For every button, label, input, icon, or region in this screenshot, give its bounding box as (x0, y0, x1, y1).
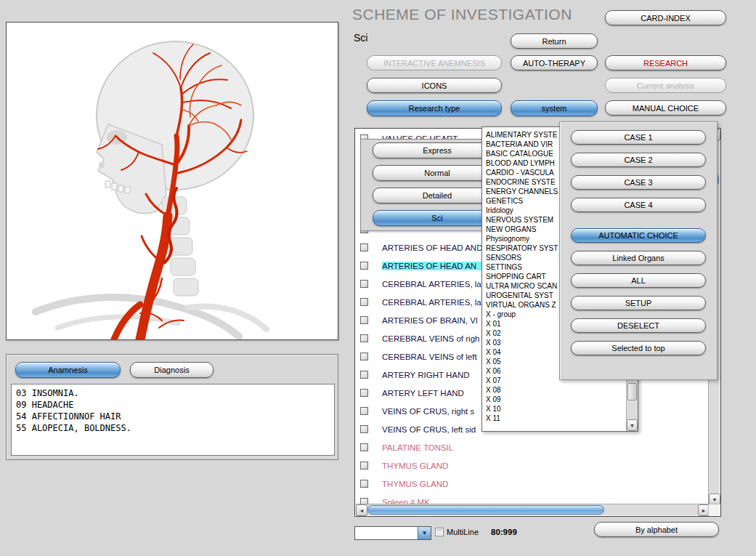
system-button[interactable]: system (511, 100, 598, 116)
organ-label: CEREBRAL ARTERIES, la (382, 298, 481, 307)
organ-row[interactable]: THYMUS GLAND (356, 456, 708, 475)
page-title: SCHEME OF INVESTIGATION (352, 6, 572, 23)
interactive-anamnesis-button: INTERACTIVE ANEMNESIS (367, 55, 502, 70)
anamnesis-entry: 55 ALOPECIA, BOLDNESS. (16, 422, 330, 434)
selection-action-button[interactable]: ALL (571, 273, 706, 288)
tab-anamnesis[interactable]: Anamnesis (15, 362, 121, 378)
anamnesis-entry: 03 INSOMNIA. (16, 387, 330, 399)
dropdown-scroll-down-icon[interactable]: ▼ (627, 419, 638, 431)
combo-value[interactable] (355, 527, 418, 539)
anamnesis-entry: 54 AFFECTIONNOF HAIR (16, 411, 330, 422)
system-dropdown-item[interactable]: X 08 (484, 385, 625, 395)
organ-checkbox[interactable] (360, 243, 368, 251)
manual-choice-button[interactable]: MANUAL CHOICE (605, 100, 726, 116)
organ-checkbox[interactable] (360, 425, 368, 433)
selection-action-button[interactable]: SETUP (571, 296, 706, 310)
case-button[interactable]: CASE 4 (571, 198, 706, 212)
system-dropdown-item[interactable]: X 11 (484, 414, 625, 423)
organ-label: PALATINE TONSIL (382, 443, 453, 452)
organ-label: VEINS OF CRUS, right s (382, 407, 474, 416)
organ-label: ARTERIES OF HEAD AN (382, 262, 485, 270)
list-filter-combo[interactable]: ▼ (354, 526, 431, 540)
multiline-label: MultiLine (447, 528, 479, 536)
scroll-left-icon[interactable]: ◄ (356, 504, 367, 516)
organ-checkbox[interactable] (360, 371, 368, 379)
organ-row[interactable]: PALATINE TONSIL (356, 438, 708, 456)
tab-diagnosis[interactable]: Diagnosis (130, 362, 214, 378)
organ-row[interactable]: THYMUS GLAND (356, 475, 708, 493)
organ-row[interactable]: Spleen # MK (356, 493, 708, 504)
case-selection-panel: CASE 1 CASE 2 CASE 3 CASE 4 AUTOMATIC CH… (559, 121, 718, 380)
scrollbar-corner (708, 504, 720, 515)
anamnesis-tabs: Anamnesis Diagnosis (15, 362, 214, 378)
organ-checkbox[interactable] (360, 280, 368, 288)
case-button[interactable]: CASE 1 (571, 130, 706, 145)
system-dropdown-item[interactable]: X 10 (484, 404, 625, 414)
mode-label: Sci (354, 32, 367, 44)
multiline-icon (435, 528, 444, 536)
organ-checkbox[interactable] (360, 298, 368, 306)
organ-checkbox[interactable] (360, 352, 368, 360)
organ-label: ARTERY RIGHT HAND (382, 371, 470, 379)
current-analysis-button: Current analysis (605, 78, 726, 93)
organ-checkbox[interactable] (360, 462, 368, 470)
scheme-of-investigation-window: SCHEME OF INVESTIGATION Sci CARD-INDEX R… (0, 0, 756, 556)
organ-checkbox[interactable] (360, 316, 368, 324)
organ-label: ARTERY LEFT HAND (382, 389, 464, 398)
organ-label: ARTERIES OF HEAD AND (382, 243, 482, 252)
organ-label: CEREBRAL VEINS of left (382, 352, 477, 361)
horizontal-scroll-thumb[interactable] (367, 505, 604, 515)
anatomy-illustration (7, 23, 338, 339)
return-button[interactable]: Return (511, 33, 598, 49)
case-button[interactable]: CASE 2 (571, 153, 706, 167)
list-range-counter: 80:999 (491, 528, 517, 536)
anamnesis-entry: 09 HEADACHE (16, 399, 330, 411)
anamnesis-entries[interactable]: 03 INSOMNIA. 09 HEADACHE 54 AFFECTIONNOF… (11, 384, 335, 456)
selection-action-button[interactable]: Selected to top (571, 341, 706, 355)
selection-action-button[interactable]: Linked Organs (571, 251, 706, 265)
icons-button[interactable]: ICONS (367, 78, 502, 93)
combo-dropdown-icon[interactable]: ▼ (418, 527, 431, 539)
organ-label: VEINS OF CRUS, left sid (382, 425, 476, 434)
multiline-toggle[interactable]: MultiLine (435, 528, 479, 536)
system-dropdown-item[interactable]: X 09 (484, 395, 625, 404)
organ-checkbox[interactable] (360, 443, 368, 451)
organ-label: ARTERIES OF BRAIN, VI (382, 316, 478, 325)
organ-checkbox[interactable] (360, 262, 368, 270)
anamnesis-panel: Anamnesis Diagnosis 03 INSOMNIA. 09 HEAD… (6, 354, 338, 460)
anatomy-image-panel (6, 22, 338, 340)
organ-checkbox[interactable] (360, 334, 368, 342)
case-buttons: CASE 1 CASE 2 CASE 3 CASE 4 (571, 130, 706, 212)
research-type-button[interactable]: Research type (367, 100, 502, 116)
organ-checkbox[interactable] (360, 389, 368, 397)
organ-label: THYMUS GLAND (382, 462, 448, 470)
organ-label: CEREBRAL ARTERIES, la (382, 280, 481, 289)
selection-action-button[interactable]: AUTOMATIC CHOICE (571, 228, 706, 243)
card-index-button[interactable]: CARD-INDEX (605, 10, 726, 25)
case-button[interactable]: CASE 3 (571, 175, 706, 190)
research-button[interactable]: RESEARCH (605, 55, 726, 70)
organ-label: THYMUS GLAND (382, 480, 448, 488)
organ-label: CEREBRAL VEINS of righ (382, 334, 479, 343)
organ-checkbox[interactable] (360, 480, 368, 488)
selection-action-button[interactable]: DESELECT (571, 318, 706, 333)
auto-therapy-button[interactable]: AUTO-THERAPY (511, 55, 598, 70)
dropdown-scroll-thumb[interactable] (627, 383, 637, 400)
by-alphabet-button[interactable]: By alphabet (594, 522, 719, 537)
horizontal-scrollbar[interactable]: ◄ ► (356, 504, 710, 515)
organ-checkbox[interactable] (360, 407, 368, 415)
selection-action-buttons: AUTOMATIC CHOICE Linked Organs ALL SETUP… (571, 228, 706, 355)
